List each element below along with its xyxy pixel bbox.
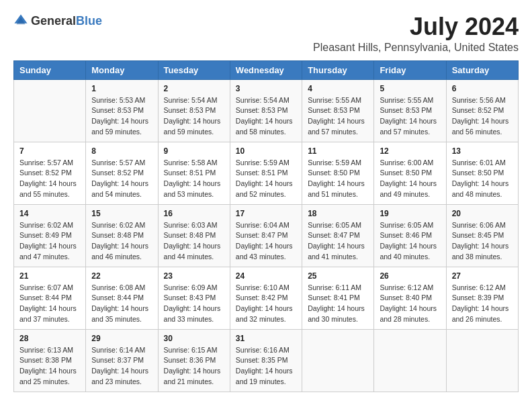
day-number: 7 [19, 146, 80, 156]
calendar-cell: 2Sunrise: 5:54 AMSunset: 8:53 PMDaylight… [158, 79, 230, 142]
calendar-cell [374, 329, 446, 392]
calendar-cell: 15Sunrise: 6:02 AMSunset: 8:48 PMDayligh… [86, 204, 158, 267]
day-number: 10 [236, 146, 296, 156]
cell-content: Sunrise: 5:57 AMSunset: 8:52 PMDaylight:… [19, 158, 80, 200]
cell-content: Sunrise: 6:15 AMSunset: 8:36 PMDaylight:… [164, 345, 224, 387]
cell-content: Sunrise: 5:59 AMSunset: 8:51 PMDaylight:… [236, 158, 296, 200]
calendar-cell: 16Sunrise: 6:03 AMSunset: 8:48 PMDayligh… [158, 204, 230, 267]
cell-content: Sunrise: 5:56 AMSunset: 8:52 PMDaylight:… [452, 95, 513, 138]
logo-icon [13, 13, 28, 28]
logo-general-text: GeneralBlue [31, 15, 102, 28]
calendar-cell: 3Sunrise: 5:54 AMSunset: 8:53 PMDaylight… [230, 79, 302, 142]
calendar-cell: 14Sunrise: 6:02 AMSunset: 8:49 PMDayligh… [14, 204, 86, 267]
cell-content: Sunrise: 5:55 AMSunset: 8:53 PMDaylight:… [308, 95, 368, 138]
day-number: 21 [19, 271, 80, 281]
calendar-cell: 24Sunrise: 6:10 AMSunset: 8:42 PMDayligh… [230, 267, 302, 329]
calendar-cell: 12Sunrise: 6:00 AMSunset: 8:50 PMDayligh… [374, 142, 446, 204]
day-number: 20 [452, 209, 513, 218]
calendar-header-cell: Saturday [446, 60, 518, 79]
day-number: 31 [236, 334, 296, 343]
cell-content: Sunrise: 6:05 AMSunset: 8:47 PMDaylight:… [308, 220, 368, 263]
cell-content: Sunrise: 5:53 AMSunset: 8:53 PMDaylight:… [91, 95, 152, 138]
calendar-cell: 11Sunrise: 5:59 AMSunset: 8:50 PMDayligh… [302, 142, 374, 204]
day-number: 5 [380, 84, 440, 93]
calendar-cell [302, 329, 374, 392]
calendar-cell: 17Sunrise: 6:04 AMSunset: 8:47 PMDayligh… [230, 204, 302, 267]
day-number: 29 [91, 334, 152, 343]
cell-content: Sunrise: 5:55 AMSunset: 8:53 PMDaylight:… [380, 95, 440, 138]
calendar-week-row: 28Sunrise: 6:13 AMSunset: 8:38 PMDayligh… [14, 329, 519, 392]
calendar-cell: 4Sunrise: 5:55 AMSunset: 8:53 PMDaylight… [302, 79, 374, 142]
page-header: GeneralBlue July 2024 Pleasant Hills, Pe… [13, 13, 519, 54]
day-number: 1 [91, 84, 152, 93]
cell-content: Sunrise: 5:59 AMSunset: 8:50 PMDaylight:… [308, 158, 368, 200]
day-number: 24 [236, 271, 296, 281]
calendar-cell [14, 79, 86, 142]
cell-content: Sunrise: 6:16 AMSunset: 8:35 PMDaylight:… [236, 345, 296, 387]
calendar-table: SundayMondayTuesdayWednesdayThursdayFrid… [13, 60, 519, 392]
day-number: 2 [164, 84, 224, 93]
calendar-cell: 1Sunrise: 5:53 AMSunset: 8:53 PMDaylight… [86, 79, 158, 142]
day-number: 4 [308, 84, 368, 93]
day-number: 15 [91, 209, 152, 218]
day-number: 6 [452, 84, 513, 93]
calendar-cell: 10Sunrise: 5:59 AMSunset: 8:51 PMDayligh… [230, 142, 302, 204]
day-number: 19 [380, 209, 440, 218]
calendar-cell: 30Sunrise: 6:15 AMSunset: 8:36 PMDayligh… [158, 329, 230, 392]
calendar-cell: 9Sunrise: 5:58 AMSunset: 8:51 PMDaylight… [158, 142, 230, 204]
calendar-cell: 28Sunrise: 6:13 AMSunset: 8:38 PMDayligh… [14, 329, 86, 392]
cell-content: Sunrise: 6:11 AMSunset: 8:41 PMDaylight:… [308, 283, 368, 325]
calendar-cell [446, 329, 518, 392]
calendar-header-cell: Monday [86, 60, 158, 79]
day-number: 8 [91, 146, 152, 156]
calendar-cell: 7Sunrise: 5:57 AMSunset: 8:52 PMDaylight… [14, 142, 86, 204]
calendar-week-row: 21Sunrise: 6:07 AMSunset: 8:44 PMDayligh… [14, 267, 519, 329]
cell-content: Sunrise: 6:04 AMSunset: 8:47 PMDaylight:… [236, 220, 296, 263]
day-number: 11 [308, 146, 368, 156]
calendar-header-cell: Thursday [302, 60, 374, 79]
cell-content: Sunrise: 6:12 AMSunset: 8:40 PMDaylight:… [380, 283, 440, 325]
calendar-cell: 8Sunrise: 5:57 AMSunset: 8:52 PMDaylight… [86, 142, 158, 204]
cell-content: Sunrise: 5:54 AMSunset: 8:53 PMDaylight:… [164, 95, 224, 138]
subtitle: Pleasant Hills, Pennsylvania, United Sta… [313, 42, 519, 54]
cell-content: Sunrise: 6:06 AMSunset: 8:45 PMDaylight:… [452, 220, 513, 263]
day-number: 16 [164, 209, 224, 218]
calendar-week-row: 14Sunrise: 6:02 AMSunset: 8:49 PMDayligh… [14, 204, 519, 267]
cell-content: Sunrise: 6:02 AMSunset: 8:49 PMDaylight:… [19, 220, 80, 263]
day-number: 14 [19, 209, 80, 218]
calendar-header-row: SundayMondayTuesdayWednesdayThursdayFrid… [14, 60, 519, 79]
calendar-header-cell: Friday [374, 60, 446, 79]
calendar-cell: 31Sunrise: 6:16 AMSunset: 8:35 PMDayligh… [230, 329, 302, 392]
title-area: July 2024 Pleasant Hills, Pennsylvania, … [313, 13, 519, 54]
cell-content: Sunrise: 6:07 AMSunset: 8:44 PMDaylight:… [19, 283, 80, 325]
day-number: 22 [91, 271, 152, 281]
calendar-cell: 21Sunrise: 6:07 AMSunset: 8:44 PMDayligh… [14, 267, 86, 329]
cell-content: Sunrise: 6:12 AMSunset: 8:39 PMDaylight:… [452, 283, 513, 325]
cell-content: Sunrise: 5:54 AMSunset: 8:53 PMDaylight:… [236, 95, 296, 138]
calendar-cell: 19Sunrise: 6:05 AMSunset: 8:46 PMDayligh… [374, 204, 446, 267]
day-number: 18 [308, 209, 368, 218]
calendar-cell: 23Sunrise: 6:09 AMSunset: 8:43 PMDayligh… [158, 267, 230, 329]
calendar-cell: 13Sunrise: 6:01 AMSunset: 8:50 PMDayligh… [446, 142, 518, 204]
cell-content: Sunrise: 6:14 AMSunset: 8:37 PMDaylight:… [91, 345, 152, 387]
calendar-cell: 18Sunrise: 6:05 AMSunset: 8:47 PMDayligh… [302, 204, 374, 267]
cell-content: Sunrise: 6:01 AMSunset: 8:50 PMDaylight:… [452, 158, 513, 200]
cell-content: Sunrise: 6:05 AMSunset: 8:46 PMDaylight:… [380, 220, 440, 263]
calendar-header-cell: Tuesday [158, 60, 230, 79]
cell-content: Sunrise: 6:03 AMSunset: 8:48 PMDaylight:… [164, 220, 224, 263]
calendar-cell: 27Sunrise: 6:12 AMSunset: 8:39 PMDayligh… [446, 267, 518, 329]
day-number: 13 [452, 146, 513, 156]
calendar-header-cell: Wednesday [230, 60, 302, 79]
day-number: 30 [164, 334, 224, 343]
calendar-cell: 6Sunrise: 5:56 AMSunset: 8:52 PMDaylight… [446, 79, 518, 142]
calendar-week-row: 7Sunrise: 5:57 AMSunset: 8:52 PMDaylight… [14, 142, 519, 204]
calendar-cell: 20Sunrise: 6:06 AMSunset: 8:45 PMDayligh… [446, 204, 518, 267]
cell-content: Sunrise: 6:13 AMSunset: 8:38 PMDaylight:… [19, 345, 80, 387]
day-number: 28 [19, 334, 80, 343]
cell-content: Sunrise: 5:57 AMSunset: 8:52 PMDaylight:… [91, 158, 152, 200]
cell-content: Sunrise: 5:58 AMSunset: 8:51 PMDaylight:… [164, 158, 224, 200]
calendar-cell: 29Sunrise: 6:14 AMSunset: 8:37 PMDayligh… [86, 329, 158, 392]
calendar-header-cell: Sunday [14, 60, 86, 79]
day-number: 26 [380, 271, 440, 281]
calendar-body: 1Sunrise: 5:53 AMSunset: 8:53 PMDaylight… [14, 79, 519, 392]
